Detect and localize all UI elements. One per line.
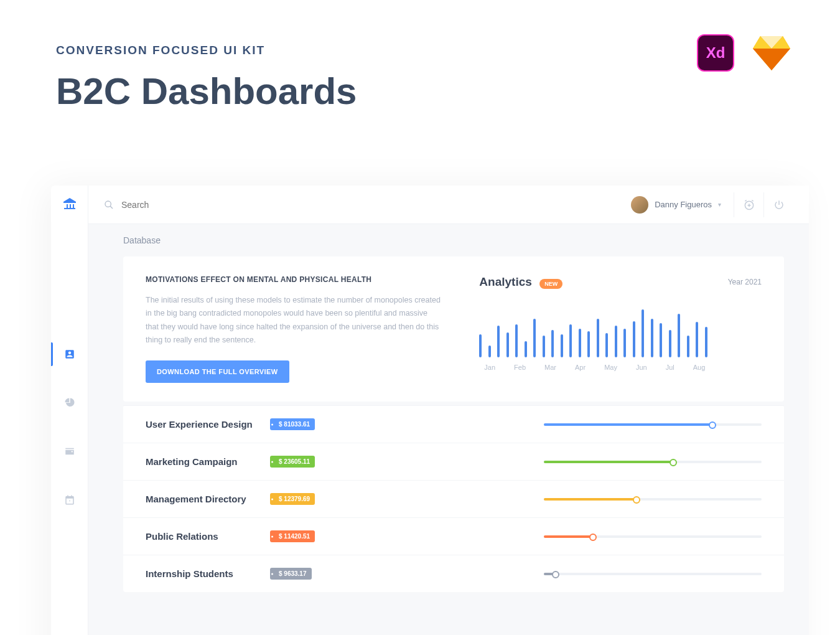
- chart-bar: [623, 329, 626, 357]
- month-label: Jul: [666, 364, 674, 371]
- month-label: Apr: [575, 364, 586, 371]
- breadcrumb: Database: [123, 235, 784, 245]
- amount-tag: $ 12379.69: [270, 493, 315, 505]
- chart-bar: [551, 330, 554, 357]
- user-menu[interactable]: Danny Figueros ▾: [631, 196, 721, 214]
- sketch-icon: [753, 36, 790, 70]
- chart-bar: [543, 336, 545, 357]
- chevron-down-icon: ▾: [718, 201, 721, 208]
- sidebar-item-charts[interactable]: [51, 379, 88, 427]
- download-button[interactable]: DOWNLOAD THE FULL OVERVIEW: [146, 360, 289, 383]
- sidebar-item-contacts[interactable]: [51, 330, 88, 379]
- bank-logo-icon: [62, 197, 77, 212]
- amount-tag: $ 23605.11: [270, 456, 315, 468]
- metric-label: User Experience Design: [146, 419, 270, 430]
- month-label: May: [604, 364, 617, 371]
- sidebar-item-calendar[interactable]: [51, 476, 88, 524]
- adobe-xd-icon: Xd: [697, 34, 734, 72]
- chart-bar: [515, 324, 518, 357]
- year-label: Year 2021: [728, 278, 762, 286]
- avatar: [631, 196, 648, 214]
- chart-bar: [605, 333, 608, 357]
- month-label: Jun: [636, 364, 647, 371]
- progress-fill: [544, 573, 557, 575]
- amount-tag: $ 81033.61: [270, 418, 315, 430]
- chart-bar: [597, 319, 599, 357]
- power-button[interactable]: [763, 192, 793, 217]
- panel-heading: MOTIVATIONS EFFECT ON MENTAL AND PHYSICA…: [146, 275, 442, 284]
- wallet-icon: [64, 446, 75, 457]
- chart-bar: [506, 332, 509, 357]
- new-badge: NEW: [539, 279, 562, 289]
- month-label: Jan: [484, 364, 495, 371]
- search-input[interactable]: [121, 200, 230, 210]
- chart-bar: [678, 314, 680, 357]
- id-badge-icon: [64, 349, 75, 360]
- power-icon: [773, 199, 785, 210]
- progress-fill: [544, 535, 594, 538]
- chart-bar: [569, 324, 572, 357]
- progress-fill: [544, 498, 638, 501]
- user-name: Danny Figueros: [655, 200, 712, 209]
- month-label: Mar: [544, 364, 556, 371]
- svg-line-8: [110, 206, 113, 209]
- chart-bar: [633, 321, 635, 357]
- svg-marker-4: [753, 49, 772, 70]
- chart-bar: [642, 309, 644, 357]
- analytics-bar-chart: [479, 303, 762, 357]
- page-title: B2C Dashboards: [56, 70, 784, 113]
- metric-label: Public Relations: [146, 531, 270, 542]
- metric-row: Public Relations $ 11420.51: [123, 517, 784, 555]
- alarm-add-icon: [743, 199, 755, 211]
- chart-bar: [696, 322, 698, 357]
- chart-bar: [579, 329, 581, 357]
- chart-bar: [669, 330, 671, 357]
- chart-bar: [497, 326, 500, 357]
- metric-row: Management Directory $ 12379.69: [123, 480, 784, 517]
- progress-track: [544, 423, 762, 426]
- alarm-add-button[interactable]: [734, 192, 763, 217]
- chart-bar: [479, 334, 482, 357]
- panel-description: The initial results of using these model…: [146, 294, 442, 347]
- metric-label: Management Directory: [146, 494, 270, 504]
- amount-tag: $ 11420.51: [270, 530, 315, 542]
- analytics-title: Analytics: [479, 275, 531, 288]
- sidebar-item-wallet[interactable]: [51, 427, 88, 476]
- amount-tag: $ 9633.17: [270, 568, 312, 580]
- chart-bar: [687, 336, 689, 357]
- month-label: Aug: [693, 364, 706, 371]
- chart-bar: [533, 319, 536, 357]
- chart-bar: [615, 326, 617, 357]
- progress-fill: [544, 423, 714, 426]
- progress-track: [544, 461, 762, 463]
- progress-fill: [544, 461, 674, 463]
- analytics-months-axis: JanFebMarAprMayJunJulAug: [479, 364, 762, 371]
- chart-bar: [561, 334, 563, 357]
- metric-row: Marketing Campaign $ 23605.11: [123, 443, 784, 480]
- calendar-icon: [64, 494, 75, 506]
- search-icon: [104, 200, 114, 210]
- pie-chart-icon: [64, 397, 75, 408]
- metric-row: User Experience Design $ 81033.61: [123, 405, 784, 443]
- metric-row: Internship Students $ 9633.17: [123, 555, 784, 592]
- chart-bar: [651, 319, 653, 357]
- chart-bar: [587, 331, 590, 357]
- chart-bar: [488, 346, 491, 357]
- metric-label: Marketing Campaign: [146, 456, 270, 467]
- chart-bar: [705, 327, 707, 357]
- chart-bar: [660, 323, 662, 357]
- chart-bar: [525, 341, 527, 357]
- svg-marker-5: [772, 49, 790, 70]
- progress-track: [544, 573, 762, 575]
- month-label: Feb: [514, 364, 526, 371]
- progress-track: [544, 535, 762, 538]
- metric-label: Internship Students: [146, 568, 270, 579]
- progress-track: [544, 498, 762, 501]
- page-subtitle: CONVERSION FOCUSED UI KIT: [56, 44, 784, 57]
- svg-point-7: [105, 201, 111, 207]
